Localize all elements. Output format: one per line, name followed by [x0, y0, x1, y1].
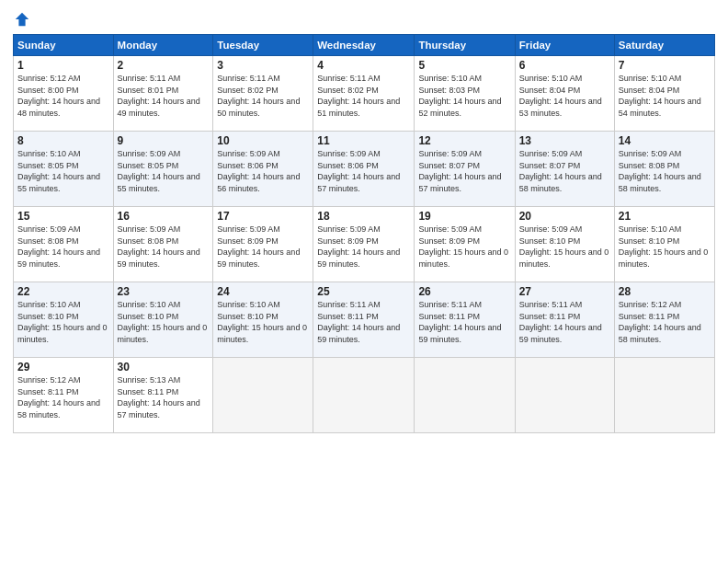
calendar-header-friday: Friday: [515, 35, 614, 56]
day-info: Sunrise: 5:10 AMSunset: 8:04 PMDaylight:…: [619, 74, 701, 118]
day-info: Sunrise: 5:12 AMSunset: 8:11 PMDaylight:…: [619, 300, 701, 344]
day-info: Sunrise: 5:10 AMSunset: 8:03 PMDaylight:…: [418, 74, 501, 118]
day-info: Sunrise: 5:11 AMSunset: 8:11 PMDaylight:…: [317, 300, 400, 344]
calendar-day-cell: 11 Sunrise: 5:09 AMSunset: 8:06 PMDaylig…: [313, 132, 415, 207]
day-number: 23: [118, 285, 210, 298]
calendar-day-cell: 3 Sunrise: 5:11 AMSunset: 8:02 PMDayligh…: [213, 56, 313, 132]
calendar-day-cell: 9 Sunrise: 5:09 AMSunset: 8:05 PMDayligh…: [113, 132, 213, 207]
day-info: Sunrise: 5:11 AMSunset: 8:02 PMDaylight:…: [317, 74, 400, 118]
day-number: 13: [519, 134, 610, 147]
page: SundayMondayTuesdayWednesdayThursdayFrid…: [0, 0, 728, 563]
calendar-day-cell: 20 Sunrise: 5:09 AMSunset: 8:10 PMDaylig…: [515, 207, 614, 282]
day-info: Sunrise: 5:13 AMSunset: 8:11 PMDaylight:…: [118, 375, 200, 419]
day-info: Sunrise: 5:09 AMSunset: 8:09 PMDaylight:…: [217, 224, 300, 269]
day-info: Sunrise: 5:09 AMSunset: 8:07 PMDaylight:…: [519, 149, 602, 193]
calendar-day-cell: 22 Sunrise: 5:10 AMSunset: 8:10 PMDaylig…: [14, 282, 114, 358]
day-info: Sunrise: 5:10 AMSunset: 8:04 PMDaylight:…: [519, 74, 602, 118]
calendar-day-cell: 16 Sunrise: 5:09 AMSunset: 8:08 PMDaylig…: [113, 207, 213, 282]
day-number: 18: [317, 210, 410, 223]
day-info: Sunrise: 5:09 AMSunset: 8:08 PMDaylight:…: [619, 149, 701, 193]
day-info: Sunrise: 5:09 AMSunset: 8:08 PMDaylight:…: [118, 224, 200, 269]
day-info: Sunrise: 5:09 AMSunset: 8:09 PMDaylight:…: [317, 224, 400, 269]
day-number: 30: [118, 361, 210, 373]
day-info: Sunrise: 5:10 AMSunset: 8:10 PMDaylight:…: [17, 300, 108, 344]
calendar-day-cell: 24 Sunrise: 5:10 AMSunset: 8:10 PMDaylig…: [213, 282, 313, 358]
day-info: Sunrise: 5:12 AMSunset: 8:00 PMDaylight:…: [17, 74, 100, 118]
day-number: 10: [217, 134, 309, 147]
day-number: 26: [418, 285, 510, 298]
calendar-day-cell: 15 Sunrise: 5:09 AMSunset: 8:08 PMDaylig…: [14, 207, 114, 282]
calendar-week-row: 29 Sunrise: 5:12 AMSunset: 8:11 PMDaylig…: [14, 358, 715, 433]
calendar-day-cell: 6 Sunrise: 5:10 AMSunset: 8:04 PMDayligh…: [515, 56, 614, 132]
calendar-day-cell: 23 Sunrise: 5:10 AMSunset: 8:10 PMDaylig…: [113, 282, 213, 358]
day-number: 9: [118, 134, 210, 147]
day-number: 25: [317, 285, 410, 298]
day-number: 20: [519, 210, 610, 223]
header: [13, 9, 715, 29]
day-number: 1: [17, 59, 109, 72]
calendar-day-cell: 5 Sunrise: 5:10 AMSunset: 8:03 PMDayligh…: [415, 56, 515, 132]
day-number: 4: [317, 59, 410, 72]
day-info: Sunrise: 5:09 AMSunset: 8:10 PMDaylight:…: [519, 224, 609, 269]
day-info: Sunrise: 5:11 AMSunset: 8:11 PMDaylight:…: [519, 300, 602, 344]
day-number: 12: [418, 134, 510, 147]
day-number: 2: [118, 59, 210, 72]
calendar-header-tuesday: Tuesday: [213, 35, 313, 56]
day-info: Sunrise: 5:11 AMSunset: 8:01 PMDaylight:…: [118, 74, 200, 118]
day-number: 8: [17, 134, 109, 147]
calendar-week-row: 22 Sunrise: 5:10 AMSunset: 8:10 PMDaylig…: [14, 282, 715, 358]
day-number: 6: [519, 59, 610, 72]
calendar-day-cell: 17 Sunrise: 5:09 AMSunset: 8:09 PMDaylig…: [213, 207, 313, 282]
calendar-day-cell: 1 Sunrise: 5:12 AMSunset: 8:00 PMDayligh…: [14, 56, 114, 132]
calendar-day-cell: 26 Sunrise: 5:11 AMSunset: 8:11 PMDaylig…: [415, 282, 515, 358]
calendar-day-cell: 10 Sunrise: 5:09 AMSunset: 8:06 PMDaylig…: [213, 132, 313, 207]
day-number: 17: [217, 210, 309, 223]
calendar-day-cell: [313, 358, 415, 433]
calendar-day-cell: 7 Sunrise: 5:10 AMSunset: 8:04 PMDayligh…: [614, 56, 714, 132]
calendar-day-cell: 2 Sunrise: 5:11 AMSunset: 8:01 PMDayligh…: [113, 56, 213, 132]
calendar-header-monday: Monday: [113, 35, 213, 56]
calendar-week-row: 8 Sunrise: 5:10 AMSunset: 8:05 PMDayligh…: [14, 132, 715, 207]
day-number: 29: [17, 361, 109, 373]
day-info: Sunrise: 5:11 AMSunset: 8:11 PMDaylight:…: [418, 300, 501, 344]
day-number: 5: [418, 59, 510, 72]
day-number: 11: [317, 134, 410, 147]
calendar-day-cell: [614, 358, 714, 433]
day-number: 15: [17, 210, 109, 223]
logo-area: [13, 9, 30, 29]
calendar-day-cell: 19 Sunrise: 5:09 AMSunset: 8:09 PMDaylig…: [415, 207, 515, 282]
calendar-day-cell: 30 Sunrise: 5:13 AMSunset: 8:11 PMDaylig…: [113, 358, 213, 433]
calendar-day-cell: [515, 358, 614, 433]
logo: [13, 11, 30, 29]
calendar: SundayMondayTuesdayWednesdayThursdayFrid…: [13, 34, 715, 433]
logo-icon: [14, 11, 30, 28]
day-info: Sunrise: 5:09 AMSunset: 8:07 PMDaylight:…: [418, 149, 501, 193]
day-number: 14: [619, 134, 711, 147]
calendar-day-cell: 18 Sunrise: 5:09 AMSunset: 8:09 PMDaylig…: [313, 207, 415, 282]
svg-marker-0: [16, 13, 28, 26]
day-number: 7: [619, 59, 711, 72]
day-info: Sunrise: 5:09 AMSunset: 8:08 PMDaylight:…: [17, 224, 100, 269]
calendar-header-wednesday: Wednesday: [313, 35, 415, 56]
day-number: 16: [118, 210, 210, 223]
day-info: Sunrise: 5:09 AMSunset: 8:05 PMDaylight:…: [118, 149, 200, 193]
day-info: Sunrise: 5:12 AMSunset: 8:11 PMDaylight:…: [17, 375, 100, 419]
calendar-day-cell: 8 Sunrise: 5:10 AMSunset: 8:05 PMDayligh…: [14, 132, 114, 207]
day-number: 24: [217, 285, 309, 298]
calendar-day-cell: 13 Sunrise: 5:09 AMSunset: 8:07 PMDaylig…: [515, 132, 614, 207]
day-info: Sunrise: 5:11 AMSunset: 8:02 PMDaylight:…: [217, 74, 300, 118]
day-number: 3: [217, 59, 309, 72]
day-info: Sunrise: 5:10 AMSunset: 8:10 PMDaylight:…: [118, 300, 208, 344]
day-info: Sunrise: 5:10 AMSunset: 8:05 PMDaylight:…: [17, 149, 100, 193]
day-number: 27: [519, 285, 610, 298]
calendar-day-cell: [415, 358, 515, 433]
calendar-header-thursday: Thursday: [415, 35, 515, 56]
calendar-week-row: 15 Sunrise: 5:09 AMSunset: 8:08 PMDaylig…: [14, 207, 715, 282]
day-number: 21: [619, 210, 711, 223]
calendar-header-saturday: Saturday: [614, 35, 714, 56]
calendar-week-row: 1 Sunrise: 5:12 AMSunset: 8:00 PMDayligh…: [14, 56, 715, 132]
day-number: 28: [619, 285, 711, 298]
calendar-day-cell: 14 Sunrise: 5:09 AMSunset: 8:08 PMDaylig…: [614, 132, 714, 207]
calendar-day-cell: 27 Sunrise: 5:11 AMSunset: 8:11 PMDaylig…: [515, 282, 614, 358]
calendar-day-cell: 28 Sunrise: 5:12 AMSunset: 8:11 PMDaylig…: [614, 282, 714, 358]
